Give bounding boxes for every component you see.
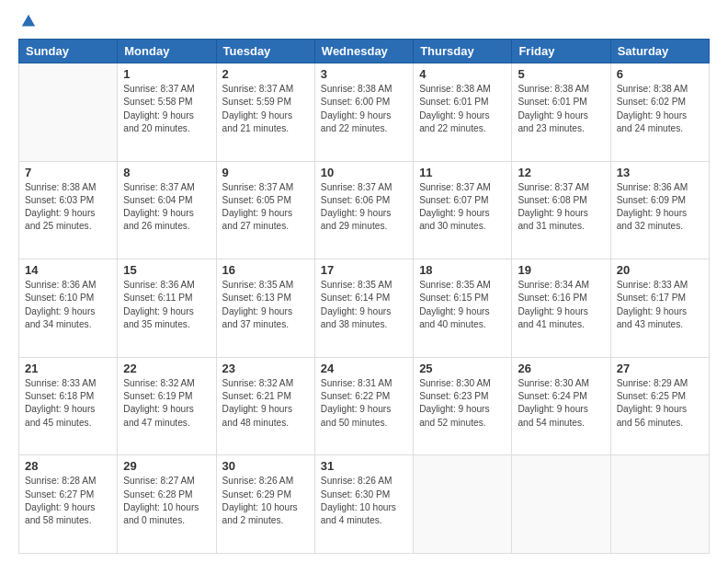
calendar-cell: 9Sunrise: 8:37 AMSunset: 6:05 PMDaylight…	[216, 161, 314, 259]
day-number: 18	[419, 263, 506, 277]
day-number: 29	[123, 459, 210, 473]
calendar-cell: 19Sunrise: 8:34 AMSunset: 6:16 PMDayligh…	[512, 259, 610, 358]
day-number: 20	[617, 263, 703, 277]
day-info: Sunrise: 8:37 AMSunset: 6:05 PMDaylight:…	[222, 181, 309, 234]
header	[18, 15, 710, 29]
day-number: 9	[222, 166, 309, 179]
day-number: 6	[617, 67, 703, 81]
day-number: 14	[25, 263, 111, 277]
day-info: Sunrise: 8:29 AMSunset: 6:25 PMDaylight:…	[617, 377, 703, 430]
header-monday: Monday	[118, 40, 216, 63]
day-info: Sunrise: 8:37 AMSunset: 6:06 PMDaylight:…	[321, 181, 407, 234]
day-info: Sunrise: 8:30 AMSunset: 6:24 PMDaylight:…	[518, 377, 604, 430]
header-saturday: Saturday	[610, 40, 709, 63]
day-info: Sunrise: 8:38 AMSunset: 6:01 PMDaylight:…	[419, 83, 506, 135]
day-info: Sunrise: 8:28 AMSunset: 6:27 PMDaylight:…	[25, 475, 111, 527]
header-friday: Friday	[512, 40, 610, 63]
day-number: 5	[518, 67, 604, 81]
day-number: 11	[419, 166, 506, 179]
calendar-table: Sunday Monday Tuesday Wednesday Thursday…	[18, 39, 710, 554]
day-number: 27	[617, 362, 703, 375]
day-info: Sunrise: 8:30 AMSunset: 6:23 PMDaylight:…	[419, 377, 506, 430]
header-tuesday: Tuesday	[216, 40, 314, 63]
calendar-cell	[414, 455, 512, 554]
calendar-cell: 12Sunrise: 8:37 AMSunset: 6:08 PMDayligh…	[512, 161, 610, 259]
day-info: Sunrise: 8:35 AMSunset: 6:14 PMDaylight:…	[321, 279, 407, 331]
day-info: Sunrise: 8:31 AMSunset: 6:22 PMDaylight:…	[321, 377, 407, 430]
calendar-cell: 21Sunrise: 8:33 AMSunset: 6:18 PMDayligh…	[19, 357, 118, 455]
day-number: 2	[222, 67, 309, 81]
day-info: Sunrise: 8:33 AMSunset: 6:17 PMDaylight:…	[617, 279, 703, 331]
day-number: 28	[25, 459, 111, 473]
day-info: Sunrise: 8:36 AMSunset: 6:10 PMDaylight:…	[25, 279, 111, 331]
header-wednesday: Wednesday	[314, 40, 413, 63]
calendar-cell: 4Sunrise: 8:38 AMSunset: 6:01 PMDaylight…	[414, 63, 512, 162]
day-info: Sunrise: 8:32 AMSunset: 6:21 PMDaylight:…	[222, 377, 309, 430]
calendar-cell: 24Sunrise: 8:31 AMSunset: 6:22 PMDayligh…	[314, 357, 413, 455]
calendar-cell	[512, 455, 610, 554]
day-info: Sunrise: 8:34 AMSunset: 6:16 PMDaylight:…	[518, 279, 604, 331]
weekday-header-row: Sunday Monday Tuesday Wednesday Thursday…	[19, 40, 710, 63]
day-info: Sunrise: 8:37 AMSunset: 6:07 PMDaylight:…	[419, 181, 506, 234]
calendar-cell: 10Sunrise: 8:37 AMSunset: 6:06 PMDayligh…	[314, 161, 413, 259]
logo	[18, 15, 37, 29]
calendar-cell: 5Sunrise: 8:38 AMSunset: 6:01 PMDaylight…	[512, 63, 610, 162]
week-row-3: 14Sunrise: 8:36 AMSunset: 6:10 PMDayligh…	[19, 259, 710, 358]
calendar-cell: 26Sunrise: 8:30 AMSunset: 6:24 PMDayligh…	[512, 357, 610, 455]
calendar-cell	[610, 455, 709, 554]
calendar-cell: 7Sunrise: 8:38 AMSunset: 6:03 PMDaylight…	[19, 161, 118, 259]
day-info: Sunrise: 8:27 AMSunset: 6:28 PMDaylight:…	[123, 475, 210, 527]
page: Sunday Monday Tuesday Wednesday Thursday…	[0, 0, 728, 563]
calendar-cell: 30Sunrise: 8:26 AMSunset: 6:29 PMDayligh…	[216, 455, 314, 554]
week-row-4: 21Sunrise: 8:33 AMSunset: 6:18 PMDayligh…	[19, 357, 710, 455]
day-number: 15	[123, 263, 210, 277]
day-info: Sunrise: 8:26 AMSunset: 6:30 PMDaylight:…	[321, 475, 407, 527]
calendar-cell: 20Sunrise: 8:33 AMSunset: 6:17 PMDayligh…	[610, 259, 709, 358]
day-info: Sunrise: 8:37 AMSunset: 6:04 PMDaylight:…	[123, 181, 210, 234]
day-info: Sunrise: 8:38 AMSunset: 6:01 PMDaylight:…	[518, 83, 604, 135]
svg-marker-0	[22, 15, 35, 27]
day-info: Sunrise: 8:37 AMSunset: 5:59 PMDaylight:…	[222, 83, 309, 135]
day-number: 30	[222, 459, 309, 473]
calendar-cell: 22Sunrise: 8:32 AMSunset: 6:19 PMDayligh…	[118, 357, 216, 455]
day-number: 31	[321, 459, 407, 473]
day-number: 24	[321, 362, 407, 375]
calendar-cell: 3Sunrise: 8:38 AMSunset: 6:00 PMDaylight…	[314, 63, 413, 162]
calendar-cell: 8Sunrise: 8:37 AMSunset: 6:04 PMDaylight…	[118, 161, 216, 259]
week-row-2: 7Sunrise: 8:38 AMSunset: 6:03 PMDaylight…	[19, 161, 710, 259]
calendar-cell: 31Sunrise: 8:26 AMSunset: 6:30 PMDayligh…	[314, 455, 413, 554]
day-info: Sunrise: 8:35 AMSunset: 6:13 PMDaylight:…	[222, 279, 309, 331]
day-info: Sunrise: 8:32 AMSunset: 6:19 PMDaylight:…	[123, 377, 210, 430]
calendar-cell: 16Sunrise: 8:35 AMSunset: 6:13 PMDayligh…	[216, 259, 314, 358]
header-thursday: Thursday	[414, 40, 512, 63]
calendar-cell: 27Sunrise: 8:29 AMSunset: 6:25 PMDayligh…	[610, 357, 709, 455]
day-number: 12	[518, 166, 604, 179]
day-number: 21	[25, 362, 111, 375]
week-row-1: 1Sunrise: 8:37 AMSunset: 5:58 PMDaylight…	[19, 63, 710, 162]
day-info: Sunrise: 8:38 AMSunset: 6:03 PMDaylight:…	[25, 181, 111, 234]
day-number: 4	[419, 67, 506, 81]
day-info: Sunrise: 8:35 AMSunset: 6:15 PMDaylight:…	[419, 279, 506, 331]
week-row-5: 28Sunrise: 8:28 AMSunset: 6:27 PMDayligh…	[19, 455, 710, 554]
day-info: Sunrise: 8:36 AMSunset: 6:09 PMDaylight:…	[617, 181, 703, 234]
day-number: 19	[518, 263, 604, 277]
day-number: 13	[617, 166, 703, 179]
day-info: Sunrise: 8:38 AMSunset: 6:00 PMDaylight:…	[321, 83, 407, 135]
day-info: Sunrise: 8:36 AMSunset: 6:11 PMDaylight:…	[123, 279, 210, 331]
logo-icon	[20, 13, 37, 29]
day-number: 10	[321, 166, 407, 179]
day-info: Sunrise: 8:38 AMSunset: 6:02 PMDaylight:…	[617, 83, 703, 135]
calendar-cell: 23Sunrise: 8:32 AMSunset: 6:21 PMDayligh…	[216, 357, 314, 455]
calendar-cell: 6Sunrise: 8:38 AMSunset: 6:02 PMDaylight…	[610, 63, 709, 162]
day-number: 16	[222, 263, 309, 277]
day-number: 7	[25, 166, 111, 179]
day-info: Sunrise: 8:37 AMSunset: 6:08 PMDaylight:…	[518, 181, 604, 234]
day-number: 25	[419, 362, 506, 375]
day-info: Sunrise: 8:26 AMSunset: 6:29 PMDaylight:…	[222, 475, 309, 527]
calendar-cell: 15Sunrise: 8:36 AMSunset: 6:11 PMDayligh…	[118, 259, 216, 358]
calendar-cell: 1Sunrise: 8:37 AMSunset: 5:58 PMDaylight…	[118, 63, 216, 162]
calendar-cell: 18Sunrise: 8:35 AMSunset: 6:15 PMDayligh…	[414, 259, 512, 358]
day-number: 1	[123, 67, 210, 81]
calendar-cell: 11Sunrise: 8:37 AMSunset: 6:07 PMDayligh…	[414, 161, 512, 259]
day-number: 3	[321, 67, 407, 81]
